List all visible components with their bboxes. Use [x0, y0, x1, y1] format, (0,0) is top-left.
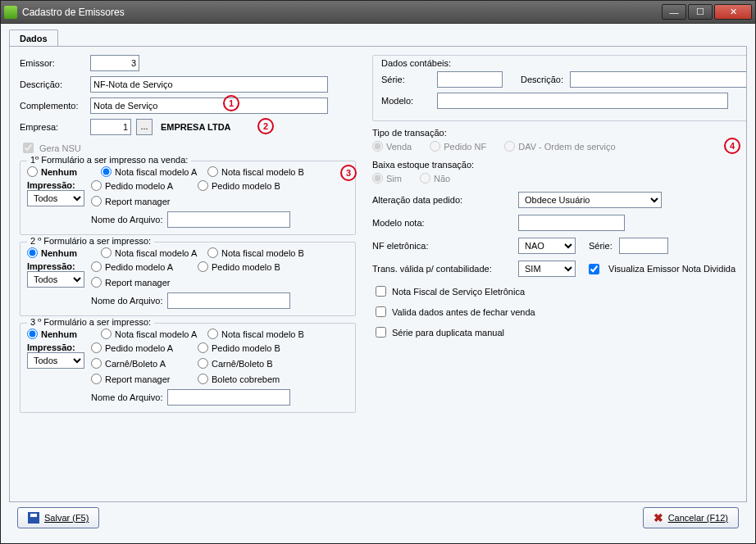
form3-nenhum-label: Nenhum [41, 329, 77, 339]
dc-descr-label: Descrição: [521, 75, 563, 84]
maximize-button[interactable]: ☐ [688, 4, 713, 20]
form1-nome-input[interactable] [167, 211, 290, 228]
form2-pedb-label: Pedido modelo B [212, 262, 280, 272]
form2-peda-label: Pedido modelo A [105, 262, 173, 272]
cancelar-label: Cancelar (F12) [668, 513, 728, 523]
visualiza-dividida-checkbox[interactable] [589, 264, 599, 274]
form1-peda-label: Pedido modelo A [105, 181, 173, 191]
tipo-trans-title: Tipo de transação: [372, 128, 747, 138]
form3-nfb-label: Nota fiscal modelo B [221, 329, 304, 339]
titlebar: Cadastro de Emissores — ☐ ✕ [1, 1, 755, 24]
form3-boleto-label: Boleto cobrebem [212, 374, 280, 384]
close-button[interactable]: ✕ [714, 4, 752, 20]
form3-impressao-select[interactable]: Todos [27, 352, 84, 369]
emissor-input[interactable] [90, 55, 139, 71]
dc-serie-input[interactable] [437, 71, 503, 88]
trans-contab-label: Trans. válida p/ contabilidade: [372, 264, 512, 274]
form2-nfa-label: Nota fiscal modelo A [115, 248, 197, 258]
dados-contabeis-group: Dados contábeis: Série: Descrição: Model… [372, 55, 747, 121]
form2-nfa-radio[interactable] [101, 247, 112, 258]
form1-pedb-label: Pedido modelo B [212, 181, 280, 191]
tipo-pedido-label: Pedido NF [444, 142, 486, 152]
form1-nenhum-radio[interactable] [27, 166, 38, 177]
form3-carnea-label: Carnê/Boleto A [105, 359, 166, 369]
form3-boleto-radio[interactable] [198, 374, 208, 384]
serie-duplicata-label: Série para duplicata manual [392, 328, 504, 338]
alt-data-select[interactable]: Obdece Usuário [518, 192, 662, 208]
serie-duplicata-checkbox[interactable] [376, 327, 386, 338]
salvar-button[interactable]: Salvar (F5) [17, 507, 99, 528]
baixa-sim-label: Sim [386, 174, 402, 184]
form3-pedb-radio[interactable] [198, 342, 208, 353]
nfe-select[interactable]: NAO [518, 238, 576, 254]
modelo-nota-input[interactable] [518, 215, 625, 231]
nf-servico-checkbox[interactable] [376, 286, 386, 297]
empresa-lookup-button[interactable]: ... [136, 119, 153, 135]
form1-impressao-select[interactable]: Todos [27, 190, 84, 206]
valida-dados-checkbox[interactable] [376, 306, 386, 317]
empresa-input[interactable] [90, 119, 131, 135]
form3-nfb-radio[interactable] [207, 329, 218, 339]
form2-nenhum-radio[interactable] [27, 247, 38, 258]
form3-nfa-radio[interactable] [101, 329, 112, 339]
window-title: Cadastro de Emissores [22, 7, 662, 18]
gera-nsu-label: Gera NSU [39, 143, 81, 153]
empresa-nome: EMPRESA LTDA [161, 122, 231, 132]
form2-pedb-radio[interactable] [198, 261, 208, 272]
form3-impressao-label: Impressão: [27, 342, 84, 352]
tab-dados[interactable]: Dados [9, 29, 58, 47]
form1-impressao-label: Impressão: [27, 180, 84, 190]
form2-nome-input[interactable] [167, 292, 290, 309]
form2-report-radio[interactable] [91, 277, 102, 288]
descricao-input[interactable] [90, 76, 328, 93]
form3-nome-label: Nome do Arquivo: [91, 392, 162, 402]
form3-carneb-label: Carnê/Boleto B [212, 359, 273, 369]
annotation-4: 4 [724, 138, 740, 154]
form1-group: 1º Formulário a ser impresso na venda: 3… [20, 161, 356, 235]
form3-report-radio[interactable] [91, 374, 102, 384]
form3-carnea-radio[interactable] [91, 358, 102, 369]
form3-peda-label: Pedido modelo A [105, 343, 173, 353]
dc-modelo-label: Modelo: [381, 96, 430, 106]
tipo-venda-label: Venda [386, 142, 412, 152]
emissor-label: Emissor: [20, 58, 85, 68]
visualiza-dividida-label: Visualiza Emissor Nota Dividida [608, 264, 736, 274]
form1-peda-radio[interactable] [91, 180, 102, 191]
dados-contabeis-title: Dados contábeis: [381, 58, 747, 68]
form1-pedb-radio[interactable] [198, 180, 208, 191]
form2-nome-label: Nome do Arquivo: [91, 296, 162, 306]
dc-modelo-input[interactable] [437, 93, 728, 109]
tipo-dav-label: DAV - Ordem de serviço [518, 142, 615, 152]
form2-nfb-radio[interactable] [207, 247, 218, 258]
form3-pedb-label: Pedido modelo B [212, 343, 280, 353]
gera-nsu-checkbox [23, 143, 34, 153]
form3-peda-radio[interactable] [91, 342, 102, 353]
dc-descr-input[interactable] [570, 71, 747, 88]
tipo-dav-radio [504, 141, 515, 152]
form3-carneb-radio[interactable] [198, 358, 208, 369]
form3-nome-input[interactable] [167, 389, 290, 406]
modelo-nota-label: Modelo nota: [372, 218, 512, 228]
cancelar-button[interactable]: ✖ Cancelar (F12) [643, 507, 739, 528]
trans-contab-select[interactable]: SIM [518, 261, 576, 277]
nfe-serie-input[interactable] [619, 238, 668, 254]
form2-group: 2 º Formulário a ser impresso: Nenhum No… [20, 242, 356, 316]
alt-data-label: Alteração data pedido: [372, 195, 512, 205]
complemento-input[interactable] [90, 97, 328, 114]
form2-peda-radio[interactable] [91, 261, 102, 272]
minimize-button[interactable]: — [662, 4, 686, 20]
nfe-label: NF eletrônica: [372, 241, 512, 251]
form1-nfb-radio[interactable] [207, 166, 218, 177]
form2-nenhum-label: Nenhum [41, 248, 77, 258]
form2-impressao-select[interactable]: Todos [27, 271, 84, 288]
nfe-serie-label: Série: [589, 241, 613, 251]
content-area: Dados Emissor: Descrição: Complemento: [1, 24, 755, 543]
left-column: Emissor: Descrição: Complemento: 1 Empre… [20, 55, 356, 419]
form3-nenhum-radio[interactable] [27, 329, 38, 339]
form1-report-radio[interactable] [91, 196, 102, 206]
form1-nfa-radio[interactable] [101, 166, 112, 177]
save-icon [28, 512, 39, 524]
descricao-label: Descrição: [20, 79, 85, 89]
form1-title: 1º Formulário a ser impresso na venda: [27, 155, 191, 165]
baixa-sim-radio [372, 173, 383, 184]
